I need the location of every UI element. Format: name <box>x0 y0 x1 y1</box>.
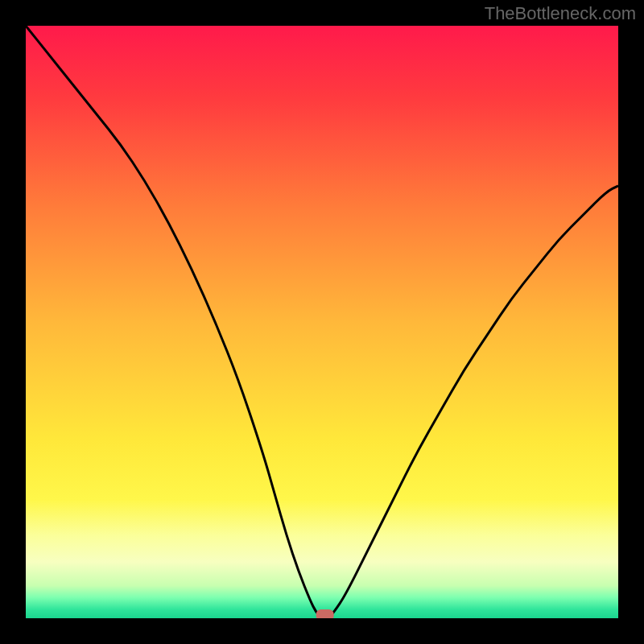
chart-frame: TheBottleneck.com <box>0 0 644 644</box>
minimum-marker <box>316 609 334 618</box>
watermark-text: TheBottleneck.com <box>485 3 636 24</box>
plot-area <box>26 26 618 618</box>
plot-svg <box>26 26 618 618</box>
gradient-rect <box>26 26 618 618</box>
marker-rect <box>316 609 334 618</box>
